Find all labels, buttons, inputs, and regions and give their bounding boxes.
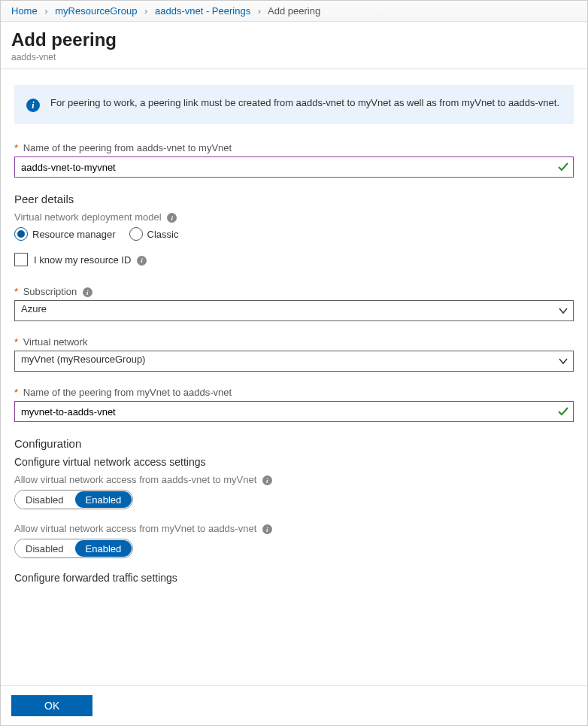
- help-icon[interactable]: i: [262, 475, 272, 485]
- peering-name-1-input[interactable]: [14, 156, 574, 178]
- page-header: Add peering aadds-vnet: [1, 22, 587, 69]
- deployment-model-label: Virtual network deployment model i: [14, 211, 574, 223]
- help-icon[interactable]: i: [167, 213, 177, 223]
- toggle-disabled[interactable]: Disabled: [15, 539, 74, 557]
- chevron-right-icon: ›: [258, 5, 261, 17]
- breadcrumb: Home › myResourceGroup › aadds-vnet - Pe…: [1, 1, 587, 22]
- toggle-enabled[interactable]: Enabled: [75, 540, 132, 557]
- peer-details-title: Peer details: [14, 193, 574, 205]
- required-indicator: *: [14, 286, 18, 297]
- chevron-right-icon: ›: [44, 5, 47, 17]
- peering-name-2-input[interactable]: [14, 401, 574, 422]
- footer-bar: OK: [1, 685, 587, 725]
- access-2-toggle[interactable]: Disabled Enabled: [14, 539, 133, 558]
- info-text: For peering to work, a peering link must…: [50, 97, 559, 108]
- configuration-title: Configuration: [14, 437, 574, 450]
- access-2-label: Allow virtual network access from myVnet…: [14, 523, 574, 534]
- vnet-select[interactable]: myVnet (myResourceGroup): [14, 351, 574, 372]
- required-indicator: *: [14, 336, 18, 348]
- required-indicator: *: [14, 387, 18, 398]
- know-resource-id-label[interactable]: I know my resource ID i: [34, 254, 147, 266]
- toggle-enabled[interactable]: Enabled: [75, 491, 132, 508]
- forwarded-traffic-title: Configure forwarded traffic settings: [14, 572, 574, 584]
- peering-name-2-label: * Name of the peering from myVnet to aad…: [14, 387, 574, 398]
- ok-button[interactable]: OK: [11, 695, 92, 716]
- breadcrumb-vnet-peerings[interactable]: aadds-vnet - Peerings: [155, 5, 250, 17]
- info-icon: i: [26, 99, 40, 112]
- help-icon[interactable]: i: [262, 524, 272, 534]
- toggle-disabled[interactable]: Disabled: [15, 491, 74, 509]
- breadcrumb-home[interactable]: Home: [11, 5, 38, 17]
- breadcrumb-current: Add peering: [268, 5, 320, 17]
- access-1-toggle[interactable]: Disabled Enabled: [14, 490, 133, 509]
- know-resource-id-row: I know my resource ID i: [14, 253, 574, 266]
- radio-resource-manager[interactable]: Resource manager: [14, 227, 116, 241]
- radio-classic[interactable]: Classic: [129, 227, 179, 241]
- info-banner: i For peering to work, a peering link mu…: [14, 85, 574, 124]
- content-pane: i For peering to work, a peering link mu…: [1, 68, 587, 680]
- help-icon[interactable]: i: [83, 287, 92, 297]
- page-title: Add peering: [11, 29, 577, 50]
- vnet-label: * Virtual network: [14, 336, 574, 348]
- chevron-right-icon: ›: [144, 5, 147, 17]
- deployment-model-radios: Resource manager Classic: [14, 227, 574, 241]
- access-1-label: Allow virtual network access from aadds-…: [14, 474, 574, 485]
- page-subtitle: aadds-vnet: [11, 52, 577, 62]
- required-indicator: *: [14, 142, 18, 153]
- peering-name-1-label: * Name of the peering from aadds-vnet to…: [14, 142, 574, 153]
- know-resource-id-checkbox[interactable]: [14, 253, 28, 266]
- breadcrumb-resource-group[interactable]: myResourceGroup: [55, 5, 137, 17]
- subscription-select[interactable]: Azure: [14, 300, 574, 321]
- subscription-label: * Subscription i: [14, 286, 574, 297]
- help-icon[interactable]: i: [137, 256, 147, 266]
- access-settings-title: Configure virtual network access setting…: [14, 456, 574, 468]
